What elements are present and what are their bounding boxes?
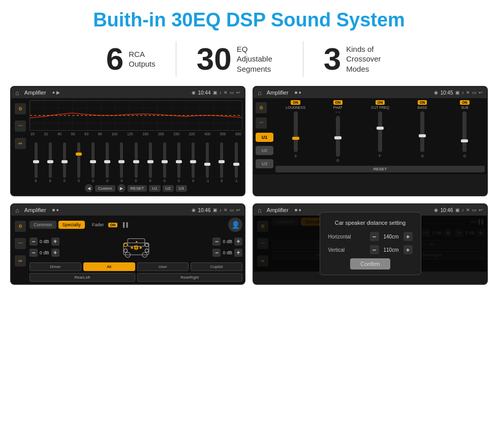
home-icon-3: ⌂ — [15, 206, 19, 214]
plus-br[interactable]: + — [234, 249, 242, 257]
amp2-left-panel: ⚙ 〰 U1 U2 U3 — [256, 100, 273, 172]
amp2-reset-btn[interactable]: RESET — [275, 166, 485, 172]
dialog-vertical-controls: − 110cm + — [370, 245, 413, 254]
eq-slider-5[interactable]: 0 — [101, 142, 114, 183]
eq-u3-btn[interactable]: U3 — [176, 185, 187, 192]
car-svg: ◀ ▶ ▼ — [118, 234, 154, 260]
person-icon[interactable]: 👤 — [228, 218, 242, 232]
eq-reset-btn[interactable]: RESET — [128, 185, 147, 192]
phat-label: PHAT — [333, 106, 343, 109]
eq-slider-14[interactable]: -1 — [230, 142, 242, 183]
cross-expand-icon[interactable]: ⇔ — [15, 255, 26, 266]
eq-u1-btn[interactable]: U1 — [149, 185, 160, 192]
eq-next-btn[interactable]: ▶ — [117, 184, 126, 192]
eq-slider-10[interactable]: 0 — [172, 142, 185, 183]
cross-tab-common[interactable]: Common — [29, 221, 56, 229]
close-icon-2: ✕ — [466, 90, 470, 95]
cross-content: ⚙ 〰 ⇔ Common Specialty Fader ON ▌▌ 👤 — [11, 216, 244, 284]
app-name-2: Amplifier — [267, 89, 289, 96]
stat-crossover-number: 3 — [324, 43, 341, 75]
cutfreq-slider[interactable] — [378, 111, 382, 152]
eq-slider-9[interactable]: 0 — [158, 142, 171, 183]
eq-filter-icon[interactable]: ⚙ — [15, 103, 26, 114]
vol-icon-3: ♪ — [220, 207, 222, 213]
minus-bl[interactable]: − — [29, 249, 38, 257]
svg-text:◀: ◀ — [130, 246, 133, 249]
eq-custom-btn[interactable]: Custom — [95, 185, 115, 192]
eq-track-2 — [63, 142, 66, 178]
eq-thumb-7 — [133, 160, 139, 163]
dialog-overlay: Car speaker distance setting Horizontal … — [254, 216, 487, 272]
eq-slider-4[interactable]: 0 — [87, 142, 100, 183]
plus-tr[interactable]: + — [234, 237, 242, 246]
db-bl: 0 dB — [40, 250, 49, 255]
amp2-u3-btn[interactable]: U3 — [256, 159, 273, 168]
minus-br[interactable]: − — [212, 249, 221, 257]
amp2-cutfreq: ON CUT FREQ F — [360, 100, 400, 158]
cross-tab-specialty[interactable]: Specialty — [58, 221, 85, 229]
dialog-confirm-btn[interactable]: Confirm — [350, 258, 390, 270]
eq-wave-icon[interactable]: 〰 — [15, 121, 26, 132]
plus-bl[interactable]: + — [51, 249, 59, 257]
amp2-wave-icon[interactable]: 〰 — [256, 117, 267, 129]
eq-left-icons: ⚙ 〰 ⇔ — [13, 100, 27, 193]
db-tl: 0 dB — [40, 239, 49, 244]
bass-slider[interactable] — [420, 111, 424, 152]
eq-thumb-9 — [162, 160, 168, 163]
play-dots-3: ■ ● — [52, 207, 59, 213]
eq-slider-2[interactable]: 0 — [58, 142, 71, 183]
play-dots-2: ■ ● — [295, 90, 301, 95]
cross-filter-icon[interactable]: ⚙ — [15, 221, 26, 232]
eq-expand-icon[interactable]: ⇔ — [15, 138, 26, 149]
home-icon-2: ⌂ — [258, 89, 262, 97]
amp2-u2-btn[interactable]: U2 — [256, 146, 273, 155]
eq-slider-12[interactable]: -1 — [201, 142, 214, 183]
fader-label: Fader — [92, 222, 104, 227]
eq-bottom-bar: ◀ Custom ▶ RESET U1 U2 U3 — [29, 183, 242, 193]
eq-slider-11[interactable]: 0 — [187, 142, 200, 183]
sub-thumb — [461, 139, 468, 142]
stat-rca-number: 6 — [106, 43, 123, 75]
eq-prev-btn[interactable]: ◀ — [85, 184, 93, 192]
rearleft-btn[interactable]: RearLeft — [29, 273, 135, 282]
eq-track-12 — [206, 142, 209, 178]
eq-slider-8[interactable]: 0 — [144, 142, 157, 183]
svg-text:▶: ▶ — [139, 246, 142, 249]
amp2-filter-icon[interactable]: ⚙ — [256, 102, 267, 113]
eq-u2-btn[interactable]: U2 — [163, 185, 174, 192]
plus-tl[interactable]: + — [51, 237, 59, 246]
dialog-horizontal-value: 140cm — [381, 234, 401, 240]
dialog-horizontal-plus[interactable]: + — [403, 232, 413, 241]
minus-tr[interactable]: − — [212, 237, 221, 246]
eq-content: ⚙ 〰 ⇔ — [11, 98, 244, 195]
phat-thumb — [334, 136, 341, 139]
stats-row: 6 RCAOutputs 30 EQ AdjustableSegments 3 … — [0, 36, 498, 86]
close-icon-4: ✕ — [466, 207, 470, 213]
loudness-on: ON — [291, 100, 300, 105]
user-btn[interactable]: User — [137, 262, 189, 271]
eq-slider-6[interactable]: 0 — [115, 142, 128, 183]
driver-btn[interactable]: Driver — [29, 262, 81, 271]
eq-slider-0[interactable]: 0 — [29, 142, 42, 183]
phat-slider[interactable] — [336, 116, 340, 157]
sub-on: ON — [460, 100, 470, 105]
rearright-btn[interactable]: RearRight — [137, 273, 243, 282]
copilot-btn[interactable]: Copilot — [191, 262, 242, 271]
cross-wave-icon[interactable]: 〰 — [15, 238, 26, 249]
dialog-vertical-plus[interactable]: + — [403, 245, 413, 254]
phat-on: ON — [333, 100, 343, 105]
all-btn[interactable]: All — [83, 262, 135, 271]
sub-slider[interactable] — [462, 111, 466, 152]
cross-fader-area: Fader ON ▌▌ — [92, 222, 130, 227]
amp2-u1-btn[interactable]: U1 — [256, 133, 273, 142]
eq-slider-7[interactable]: 0 — [130, 142, 142, 183]
minus-tl[interactable]: − — [29, 237, 38, 246]
eq-slider-3[interactable]: 5 — [72, 142, 85, 183]
eq-slider-1[interactable]: 0 — [44, 142, 56, 183]
dialog-vertical-minus[interactable]: − — [370, 245, 379, 254]
bass-label: BASS — [418, 106, 427, 109]
loudness-slider[interactable] — [294, 111, 298, 152]
eq-thumb-5 — [104, 160, 110, 163]
dialog-horizontal-minus[interactable]: − — [370, 232, 379, 241]
eq-slider-13[interactable]: 0 — [215, 142, 228, 183]
